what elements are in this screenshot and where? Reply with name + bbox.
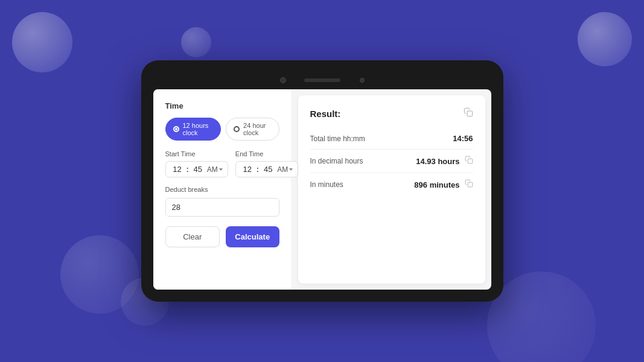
start-time-input-box[interactable]: 12 : 45 AM [165,161,228,177]
calculate-button[interactable]: Calculate [226,226,279,247]
result-row-decimal-hours: In decimal hours 14.93 hours [310,150,473,173]
minutes-label: In minutes [310,180,343,189]
24-hour-clock-label: 24 hour clock [243,122,271,136]
tablet-camera [280,77,286,83]
left-panel: Time 12 hours clock 24 hour clock Start … [153,89,292,290]
start-period-chevron [219,168,223,171]
decorative-orb-4 [60,235,139,314]
end-period-chevron [289,168,293,171]
decimal-hours-value-group: 14.93 hours [416,156,473,167]
decorative-orb-1 [12,12,72,72]
deduct-breaks-input-row: minutes [165,198,279,217]
copy-decimal-hours-icon[interactable] [465,156,473,167]
action-buttons: Clear Calculate [165,226,279,247]
end-time-group: End Time 12 : 45 AM [235,150,298,177]
start-time-group: Start Time 12 : 45 AM [165,150,228,177]
minutes-value-group: 896 minutes [414,179,473,190]
start-hour: 12 [171,165,184,174]
start-minute: 45 [191,165,205,174]
total-time-value: 14:56 [453,134,473,143]
right-panel: Result: Total time hh:mm 14:56 In decima… [298,95,485,284]
clear-button[interactable]: Clear [165,226,220,247]
total-time-label: Total time hh:mm [310,135,365,143]
tablet-camera-right [360,78,365,83]
end-time-input-box[interactable]: 12 : 45 AM [235,161,298,177]
section-title: Time [165,101,279,110]
end-colon: : [257,165,259,174]
start-period-value: AM [207,165,218,174]
24-hour-clock-option[interactable]: 24 hour clock [226,118,279,141]
radio-dot-12hr [173,126,179,132]
copy-all-icon[interactable] [464,107,473,119]
radio-dot-24hr [234,126,240,132]
start-time-label: Start Time [165,150,228,157]
tablet-top-bar [153,78,491,82]
decimal-hours-value: 14.93 hours [416,157,459,166]
decorative-orb-6 [487,272,596,362]
12-hour-clock-option[interactable]: 12 hours clock [165,118,222,141]
svg-rect-2 [468,182,473,187]
decorative-orb-2 [181,27,211,57]
result-row-minutes: In minutes 896 minutes [310,173,473,196]
svg-rect-1 [468,159,473,164]
svg-rect-0 [467,111,473,116]
decimal-hours-label: In decimal hours [310,157,363,165]
end-period-value: AM [277,165,288,174]
end-time-label: End Time [235,150,298,157]
result-title: Result: [310,109,341,119]
end-minute: 45 [261,165,275,174]
result-header: Result: [310,107,473,119]
end-period-selector[interactable]: AM [277,165,293,174]
deduct-breaks-input[interactable] [166,198,279,216]
result-row-total-time: Total time hh:mm 14:56 [310,128,473,150]
screen: Time 12 hours clock 24 hour clock Start … [153,89,491,290]
tablet-frame: Time 12 hours clock 24 hour clock Start … [141,60,503,302]
start-colon: : [187,165,189,174]
time-inputs-row: Start Time 12 : 45 AM End Time 12 [165,150,279,177]
total-time-value-group: 14:56 [453,134,473,143]
minutes-value: 896 minutes [414,180,459,189]
deduct-breaks-label: Deduct breaks [165,186,279,193]
copy-minutes-icon[interactable] [465,179,473,190]
clock-options: 12 hours clock 24 hour clock [165,118,279,141]
12-hour-clock-label: 12 hours clock [183,122,214,136]
decorative-orb-3 [578,12,632,66]
tablet-speaker [304,78,340,82]
start-period-selector[interactable]: AM [207,165,223,174]
end-hour: 12 [241,165,254,174]
